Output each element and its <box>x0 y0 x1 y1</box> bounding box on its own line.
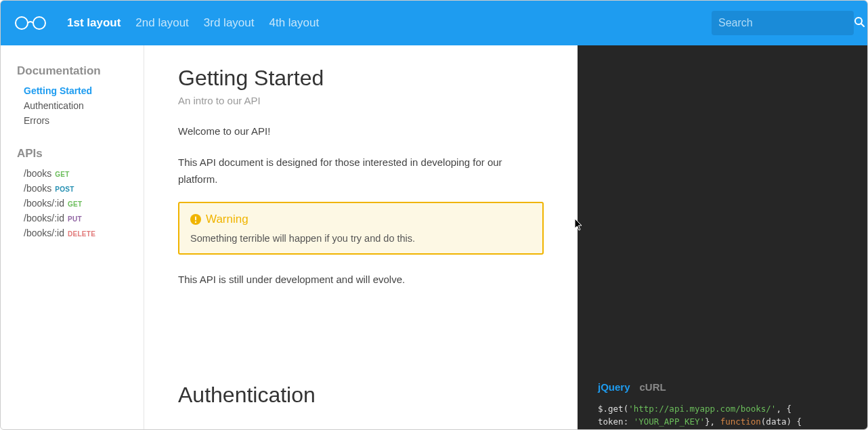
nav-link-1[interactable]: 1st layout <box>67 16 121 30</box>
page-title: Getting Started <box>178 66 544 91</box>
code-tab-curl[interactable]: cURL <box>640 381 666 393</box>
sidebar-item-books-post[interactable]: /booksPOST <box>17 181 144 196</box>
svg-line-3 <box>861 24 864 26</box>
sidebar-item-errors[interactable]: Errors <box>17 113 144 128</box>
content-column: Authentication You need to be authentica… <box>144 362 578 429</box>
warning-icon <box>190 214 201 225</box>
sidebar-item-label: /books/:id <box>24 198 64 209</box>
paragraph: This API is still under development and … <box>178 271 544 288</box>
code-block[interactable]: $.get('http://api.myapp.com/books/', { t… <box>598 402 847 429</box>
method-badge: DELETE <box>68 230 95 238</box>
sidebar-item-books-get[interactable]: /booksGET <box>17 166 144 181</box>
sidebar-item-books-id-put[interactable]: /books/:idPUT <box>17 211 144 225</box>
svg-point-1 <box>33 17 45 29</box>
topbar: 1st layout 2nd layout 3rd layout 4th lay… <box>1 1 867 45</box>
method-badge: GET <box>68 200 82 208</box>
paragraph: You need to be authenticated for all API… <box>178 427 544 429</box>
sidebar-item-getting-started[interactable]: Getting Started <box>17 83 144 98</box>
code-tabs: jQuery cURL <box>598 381 847 393</box>
sidebar-section-docs: Documentation Getting Started Authentica… <box>17 64 144 128</box>
sidebar-item-label: /books <box>24 168 51 179</box>
sidebar-item-books-id-get[interactable]: /books/:idGET <box>17 196 144 211</box>
sidebar-item-books-id-delete[interactable]: /books/:idDELETE <box>17 225 144 240</box>
warning-callout: Warning Something terrible will happen i… <box>178 202 544 255</box>
nav-links: 1st layout 2nd layout 3rd layout 4th lay… <box>67 16 712 30</box>
method-badge: PUT <box>68 215 82 223</box>
main: Documentation Getting Started Authentica… <box>1 45 867 429</box>
nav-link-2[interactable]: 2nd layout <box>135 16 188 30</box>
sidebar-section-apis: APIs /booksGET /booksPOST /books/:idGET … <box>17 147 144 240</box>
sidebar-item-label: /books/:id <box>24 228 64 238</box>
paragraph: Welcome to our API! <box>178 123 544 140</box>
sidebar-item-label: /books/:id <box>24 213 64 223</box>
sidebar: Documentation Getting Started Authentica… <box>1 45 144 429</box>
search-box[interactable] <box>712 11 854 35</box>
search-icon[interactable] <box>854 16 865 30</box>
paragraph: This API document is designed for those … <box>178 154 544 188</box>
sidebar-item-authentication[interactable]: Authentication <box>17 98 144 113</box>
method-badge: POST <box>55 186 74 193</box>
content-column: Getting Started An intro to our API Welc… <box>144 45 578 362</box>
nav-link-3[interactable]: 3rd layout <box>204 16 255 30</box>
logo[interactable] <box>14 16 47 30</box>
search-input[interactable] <box>718 17 854 29</box>
sidebar-item-label: /books <box>24 183 51 194</box>
callout-body: Something terrible will happen if you tr… <box>190 233 531 244</box>
sidebar-heading: APIs <box>17 147 144 160</box>
callout-title-text: Warning <box>206 213 248 226</box>
method-badge: GET <box>55 171 69 178</box>
sidebar-item-label: Getting Started <box>24 85 92 96</box>
callout-title: Warning <box>190 213 531 226</box>
section-title: Authentication <box>178 383 544 408</box>
code-tab-jquery[interactable]: jQuery <box>598 381 630 393</box>
svg-point-0 <box>16 17 28 29</box>
sidebar-heading: Documentation <box>17 64 144 78</box>
code-column: jQuery cURL $.get('http://api.myapp.com/… <box>578 362 867 429</box>
nav-link-4[interactable]: 4th layout <box>269 16 319 30</box>
section-authentication: Authentication You need to be authentica… <box>178 383 544 429</box>
code-column <box>578 45 867 362</box>
svg-rect-5 <box>195 216 196 220</box>
page-subtitle: An intro to our API <box>178 95 544 106</box>
svg-point-6 <box>195 221 196 222</box>
sidebar-item-label: Authentication <box>24 100 84 111</box>
content-wrap: Getting Started An intro to our API Welc… <box>144 45 867 429</box>
section-getting-started: Getting Started An intro to our API Welc… <box>178 66 544 315</box>
glasses-icon <box>14 16 47 30</box>
sidebar-item-label: Errors <box>24 115 49 126</box>
